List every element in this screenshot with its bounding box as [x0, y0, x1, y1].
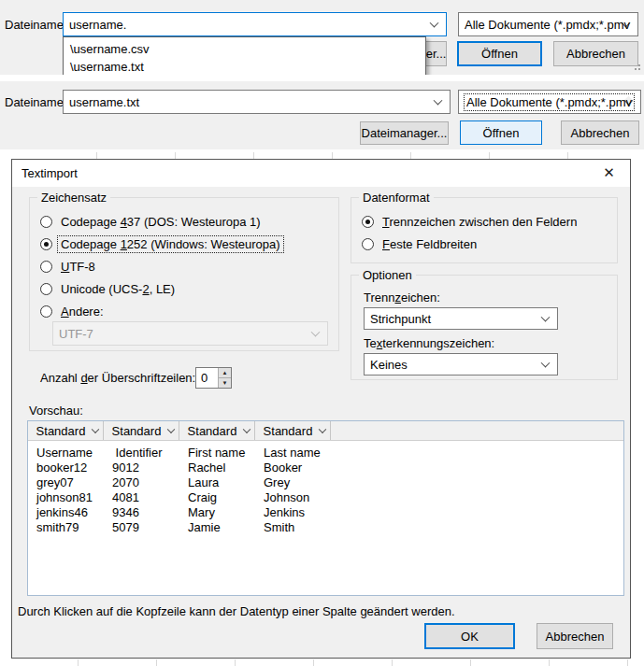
- radio-icon: [40, 283, 52, 295]
- preview-table: Standard Standard Standard Standard User…: [27, 420, 624, 596]
- separator-label: Trennzeichen:: [364, 290, 440, 305]
- preview-label: Vorschau:: [29, 404, 83, 418]
- chevron-down-icon[interactable]: [541, 313, 551, 322]
- header-lines-label: Anzahl der Überschriftzeilen:: [40, 371, 195, 385]
- radio-utf8[interactable]: UTF-8: [40, 258, 98, 275]
- chevron-down-icon[interactable]: [319, 426, 326, 433]
- radio-icon: [362, 238, 374, 250]
- dataformat-group: Datenformat: [351, 197, 618, 263]
- chevron-down-icon[interactable]: [541, 359, 551, 368]
- spinner-down-icon[interactable]: ▼: [219, 378, 231, 388]
- spinner-up-icon[interactable]: ▲: [219, 368, 231, 378]
- column-type-header[interactable]: Standard: [255, 421, 331, 440]
- textimport-dialog: Textimport ✕ Zeichensatz Codepage 437 (D…: [11, 159, 631, 659]
- separator-value: Strichpunkt: [370, 312, 431, 326]
- other-charset-combobox: UTF-7: [52, 321, 328, 346]
- filetype-value: Alle Dokumente (*.pmdx;*.pmv: [465, 18, 630, 32]
- chevron-down-icon[interactable]: [92, 426, 99, 433]
- open-dialog-strip-2: Dateiname: username.txt Alle Dokumente (…: [0, 81, 644, 149]
- open-button[interactable]: Öffnen: [460, 120, 542, 145]
- chevron-down-icon[interactable]: [243, 426, 250, 433]
- radio-codepage-437[interactable]: Codepage 437 (DOS: Westeuropa 1): [40, 213, 264, 230]
- radio-delimited[interactable]: Trennzeichen zwischen den Feldern: [362, 213, 580, 230]
- resize-grip-icon[interactable]: [631, 61, 640, 70]
- chevron-down-icon[interactable]: [430, 19, 439, 28]
- filename-combobox[interactable]: username.txt: [63, 90, 451, 114]
- header-lines-value: 0: [201, 371, 208, 385]
- suggestion-item[interactable]: \username.txt: [64, 58, 425, 75]
- cancel-button[interactable]: Abbrechen: [537, 623, 613, 649]
- filename-combobox[interactable]: username.: [63, 12, 447, 36]
- radio-icon: [40, 305, 52, 318]
- dialog-titlebar[interactable]: Textimport ✕: [12, 160, 630, 187]
- close-icon[interactable]: ✕: [588, 160, 630, 186]
- preview-table-header: Standard Standard Standard Standard: [28, 421, 623, 441]
- background-gridlines: [19, 152, 631, 159]
- radio-other-charset[interactable]: Andere:: [40, 303, 107, 319]
- filename-value: username.: [69, 18, 126, 32]
- filetype-value: Alle Dokumente (*.pmdx;*.pmv: [465, 94, 634, 110]
- radio-icon: [40, 216, 52, 228]
- screenshot-canvas: Dateiname: username. Alle Dokumente (*.p…: [0, 0, 644, 666]
- radio-icon: [362, 216, 374, 228]
- text-qualifier-combobox[interactable]: Keines: [364, 353, 558, 376]
- text-qualifier-label: Texterkennungszeichen:: [364, 336, 494, 350]
- header-lines-spinner[interactable]: 0 ▲ ▼: [195, 367, 232, 389]
- charset-group-label: Zeichensatz: [37, 191, 110, 205]
- chevron-down-icon: [311, 328, 321, 337]
- options-group-label: Optionen: [359, 268, 416, 282]
- filetype-combobox[interactable]: Alle Dokumente (*.pmdx;*.pmv: [458, 12, 638, 36]
- cancel-button[interactable]: Abbrechen: [561, 120, 639, 145]
- chevron-down-icon[interactable]: [167, 426, 175, 433]
- filename-label: Dateiname:: [5, 95, 66, 109]
- radio-fixed-width[interactable]: Feste Feldbreiten: [362, 235, 479, 252]
- filetype-combobox[interactable]: Alle Dokumente (*.pmdx;*.pmv: [458, 90, 641, 114]
- chevron-down-icon[interactable]: [434, 96, 443, 106]
- radio-codepage-1252[interactable]: Codepage 1252 (Windows: Westeuropa): [40, 235, 283, 252]
- dataformat-group-label: Datenformat: [359, 191, 434, 205]
- text-qualifier-value: Keines: [370, 358, 408, 372]
- filename-value: username.txt: [69, 95, 139, 109]
- suggestion-item[interactable]: \username.csv: [64, 40, 425, 58]
- filename-suggestion-list: \username.csv \username.txt: [63, 36, 426, 75]
- column-type-header[interactable]: Standard: [28, 421, 104, 440]
- filemanager-button[interactable]: Dateimanager...: [360, 121, 449, 145]
- column-type-header[interactable]: Standard: [179, 421, 255, 440]
- radio-icon: [40, 261, 52, 273]
- cancel-button[interactable]: Abbrechen: [553, 41, 638, 66]
- background-gridlines: [0, 659, 644, 666]
- radio-unicode-ucs2[interactable]: Unicode (UCS-2, LE): [40, 280, 178, 297]
- separator-combobox[interactable]: Strichpunkt: [364, 307, 558, 330]
- ok-button[interactable]: OK: [424, 623, 515, 649]
- radio-icon: [40, 238, 52, 250]
- open-button[interactable]: Öffnen: [457, 41, 542, 66]
- filename-label: Dateiname:: [5, 18, 66, 32]
- column-type-header[interactable]: Standard: [104, 421, 179, 440]
- dialog-title: Textimport: [21, 166, 78, 180]
- other-charset-value: UTF-7: [59, 327, 93, 341]
- hint-text: Durch Klicken auf die Kopfzeile kann der…: [18, 604, 455, 618]
- open-dialog-strip-1: Dateiname: username. Alle Dokumente (*.p…: [0, 0, 644, 75]
